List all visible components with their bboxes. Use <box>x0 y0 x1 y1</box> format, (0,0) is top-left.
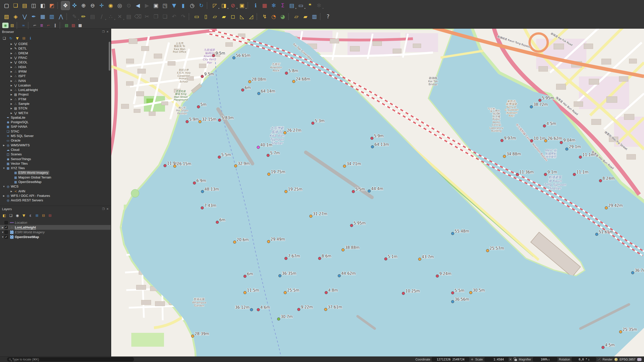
expand-icon[interactable]: ▶ <box>10 93 13 96</box>
expand-icon[interactable]: ▶ <box>2 144 6 147</box>
browser-item-scenes[interactable]: ◫Scenes <box>0 152 108 157</box>
browser-item-lonlatheight[interactable]: ▶∴LonLatHeight <box>0 88 108 92</box>
profile-points-button[interactable]: ⌐ <box>45 23 52 28</box>
filter-by-expression-button[interactable]: ε <box>28 213 33 218</box>
statistical-summary-button[interactable]: ▦ <box>260 1 269 10</box>
browser-item-openstreetmap[interactable]: ▦OpenStreetMap <box>0 180 108 184</box>
expand-icon[interactable]: ▼ <box>2 167 6 169</box>
label-callout-button[interactable]: ▱ <box>292 12 301 21</box>
deselect-all-dropdown-icon[interactable]: ▾ <box>236 7 237 10</box>
layer-visibility-checkbox[interactable]: ✓ <box>5 226 8 229</box>
style-manager-button[interactable]: ◩ <box>48 1 56 10</box>
vertex-tool-button[interactable]: ✕▾ <box>115 12 124 21</box>
new-3d-map-view-button[interactable]: ◳ <box>161 1 169 10</box>
copy-features-button[interactable]: ❐ <box>152 12 160 21</box>
map-theme-red-button[interactable]: ▨ <box>70 23 76 28</box>
zoom-next-button[interactable]: ▶ <box>143 1 151 10</box>
map-tips-button[interactable]: ❝ <box>306 1 314 10</box>
processing-toolbox-button[interactable]: ✻ <box>269 1 278 10</box>
open-attribute-table-dropdown-icon[interactable]: ▾ <box>295 7 296 10</box>
browser-item-location[interactable]: ▶⋁Location <box>0 83 108 88</box>
label-pin-extra-button[interactable]: ▰ <box>301 12 310 21</box>
user-people-plugin-button[interactable]: ◕ <box>278 12 287 21</box>
layer-item-location[interactable]: Location <box>0 220 111 225</box>
geometry-checker-button[interactable]: ∞ <box>20 23 27 28</box>
rotation-spinner[interactable]: ▲▼ <box>588 358 589 361</box>
show-layout-manager-button[interactable]: ◧ <box>38 1 47 10</box>
browser-item-drem[interactable]: ▶∴DREM <box>0 51 108 56</box>
zoom-out-button[interactable]: ⊖ <box>88 1 97 10</box>
expand-icon[interactable]: ▶ <box>10 190 13 193</box>
rotation-field[interactable]: 0,0 ° ▲▼ <box>572 357 596 361</box>
redo-button[interactable]: ↷ <box>179 12 187 21</box>
select-features-button[interactable]: ◸▾ <box>211 1 219 10</box>
expand-icon[interactable]: ▶ <box>10 98 13 101</box>
browser-item-xyz-tiles[interactable]: ▼▦XYZ Tiles <box>0 166 108 170</box>
new-mesh-layer-button[interactable]: ▦ <box>38 12 47 21</box>
show-statistics-button[interactable]: Σ <box>278 1 287 10</box>
expand-icon[interactable]: ▶ <box>10 84 13 87</box>
layer-expand-icon[interactable]: ▶ <box>1 226 5 229</box>
measure-line-dropdown-icon[interactable]: ▾ <box>304 7 305 10</box>
browser-item-sample[interactable]: ▶∴Sample <box>0 102 108 106</box>
browser-item-wfs-ogc-api-features[interactable]: ▶◎WFS / OGC API - Features <box>0 194 108 198</box>
layer-expand-icon[interactable]: ▼ <box>1 236 5 238</box>
refresh-map-button[interactable]: ↻ <box>197 1 206 10</box>
browser-close-icon[interactable]: ✕ <box>106 30 109 33</box>
zoom-native-button[interactable]: ⊙ <box>125 1 133 10</box>
zoom-native-plugin-button[interactable]: ◉ <box>2 23 9 28</box>
browser-item-postgresql[interactable]: ◉PostgreSQL <box>0 120 108 124</box>
modify-attributes-button[interactable]: ▤ <box>125 12 133 21</box>
map-canvas[interactable]: 土瓜灣避風塘 ToKwa WanTyphoonShelter九龍石Kowloon… <box>111 29 644 356</box>
browser-float-icon[interactable]: ❐ <box>102 30 105 33</box>
browser-item-arcgis-rest-servers[interactable]: ◎ArcGIS REST Servers <box>0 198 108 203</box>
toggle-editing-button[interactable]: ✏ <box>79 12 88 21</box>
expand-icon[interactable]: ▶ <box>10 103 13 105</box>
current-edits-dropdown-icon[interactable]: ▾ <box>78 18 79 21</box>
refresh-browser-button[interactable]: ↻ <box>8 35 14 41</box>
add-point-feature-dropdown-icon[interactable]: ▾ <box>114 18 115 21</box>
layer-visibility-checkbox[interactable] <box>5 221 8 224</box>
browser-item-core[interactable]: ▶⋁CORE <box>0 42 108 46</box>
browser-item-geol[interactable]: ▶⋁GEOL <box>0 60 108 65</box>
expand-icon[interactable]: ▶ <box>10 89 13 91</box>
crs-indicator[interactable]: EPSG:3857 <box>620 358 635 361</box>
identify-features-button[interactable]: ℹ <box>251 1 260 10</box>
expand-icon[interactable]: ▶ <box>10 80 13 82</box>
new-print-layout-button[interactable]: ◫ <box>29 1 38 10</box>
browser-item-oracle[interactable]: ▭Oracle <box>0 138 108 143</box>
save-project-button[interactable]: ▤ <box>20 1 29 10</box>
browser-item-wcs[interactable]: ▼◎WCS <box>0 184 108 189</box>
layer-item-openstreetmap[interactable]: ▼✓OpenStreetMap <box>0 235 111 239</box>
browser-item-frac[interactable]: ▶⋁FRAC <box>0 56 108 60</box>
hatch-tool-button[interactable]: ∥ <box>52 23 58 28</box>
new-virtual-layer-button[interactable]: ✒ <box>29 12 38 21</box>
current-edits-button[interactable]: ✎▾ <box>70 12 79 21</box>
select-by-location-button[interactable]: ▣▾ <box>238 1 246 10</box>
filter-legend-button[interactable]: ▼ <box>21 213 27 218</box>
browser-item-hdia[interactable]: ▶∴HDIA <box>0 65 108 69</box>
open-attribute-table-button[interactable]: ▤▾ <box>288 1 296 10</box>
browser-item-wms-wmts[interactable]: ▶◎WMS/WMTS <box>0 143 108 148</box>
profile-line-button[interactable]: ⌐ <box>32 23 38 28</box>
zoom-in-button[interactable]: ⊕ <box>79 1 88 10</box>
expand-all-button[interactable]: ⊞ <box>34 213 40 218</box>
coordinate-capture-icon[interactable]: ✛ <box>471 358 473 361</box>
browser-item-spatialite[interactable]: ✒SpatiaLite <box>0 115 108 120</box>
browser-item-mapzen-global-terrain[interactable]: ▦Mapzen Global Terrain <box>0 175 108 180</box>
undo-button[interactable]: ↶ <box>170 12 178 21</box>
map-theme-green-button[interactable]: ▧ <box>63 23 70 28</box>
expand-icon[interactable]: ▶ <box>10 47 13 50</box>
messages-icon[interactable] <box>637 358 641 361</box>
new-geopackage-button[interactable]: ◈ <box>11 12 20 21</box>
browser-item-ptim[interactable]: ▶∴PTIM <box>0 97 108 102</box>
data-source-manager-button[interactable]: ▧ <box>2 12 11 21</box>
browser-item-sensorthings[interactable]: ◉SensorThings <box>0 157 108 161</box>
select-by-value-button[interactable]: ◨▾ <box>220 1 228 10</box>
deselect-all-button[interactable]: ⊘▾ <box>229 1 237 10</box>
pan-to-selection-button[interactable]: ✜ <box>70 1 79 10</box>
open-layer-styling-button[interactable]: ◧ <box>2 213 7 218</box>
locator-search-input[interactable]: Type to locate (⌘K) <box>7 357 134 361</box>
coordinate-field[interactable]: 12712326 2549724 <box>432 357 469 361</box>
select-by-value-dropdown-icon[interactable]: ▾ <box>227 7 228 10</box>
